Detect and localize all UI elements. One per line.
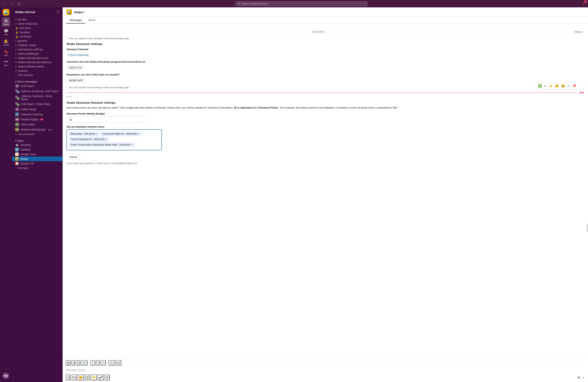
- sidebar-item-dms[interactable]: 💬 DMs: [2, 27, 10, 37]
- link-button[interactable]: 🔗: [81, 360, 87, 365]
- celebration-reaction[interactable]: 🙌: [548, 84, 553, 88]
- dm-kelli-veach[interactable]: KV Kelli Veach: [12, 84, 63, 88]
- sidebar-item-home[interactable]: ⊞ Home: [2, 17, 10, 27]
- canvas-button[interactable]: ⊞: [105, 374, 110, 381]
- strikethrough-button[interactable]: S: [76, 360, 80, 365]
- dm-kelli-olivia[interactable]: KV OD Kelli Veach, Olivia Daley: [12, 101, 63, 107]
- bold-button[interactable]: B: [66, 360, 71, 365]
- channel-header-name[interactable]: Shaka ▾: [74, 11, 84, 14]
- remove-travel[interactable]: ×: [105, 138, 107, 141]
- bookmark-button[interactable]: 📌: [571, 84, 577, 88]
- rewards-selector[interactable]: Baking Box - 180 points × Cozy Movie Nig…: [66, 129, 162, 150]
- channel-standup[interactable]: # standup: [12, 69, 63, 73]
- channel-mel-messes[interactable]: # mel-messes-stuff-up: [12, 47, 63, 52]
- sidebar-item-later[interactable]: 🔖 Later: [2, 48, 10, 58]
- format-button[interactable]: Aa: [71, 374, 77, 380]
- hash-icon: #: [15, 22, 17, 25]
- checkmark-reaction[interactable]: ✅: [537, 84, 543, 88]
- channel-demo-shaka-bot[interactable]: # demo-shaka-bot: [12, 21, 63, 26]
- workspace-icon[interactable]: 🌊 3: [3, 9, 9, 16]
- shoutout-channel-label: Shoutout Channel: [66, 48, 584, 51]
- emoji-reaction[interactable]: 😊: [554, 84, 560, 88]
- channel-full-timers[interactable]: 🔒 full-timers: [12, 34, 63, 39]
- app-simple-poll[interactable]: 📊 Simple Poll: [12, 161, 63, 166]
- workspace-name[interactable]: Shaka Internal: [15, 10, 35, 14]
- channel-ref-text: demo-shaka-bot: [70, 53, 88, 56]
- footer-note: If you have any questions, reach out to …: [66, 162, 584, 165]
- date-label[interactable]: 2024-04-01: [311, 30, 326, 34]
- dm-caitlin[interactable]: CH Caitlin Hruby: [12, 107, 63, 112]
- channel-shaka-wellness-demo[interactable]: # shaka-wellness-demo: [12, 64, 63, 69]
- channel-name: mel-messes-stuff-up: [18, 48, 42, 51]
- channel-shaka-internal-music[interactable]: # shaka-internal-test-music: [12, 56, 63, 60]
- more-reactions[interactable]: ••: [544, 84, 547, 88]
- message-input[interactable]: Message Shaka: [66, 367, 585, 373]
- dm-olivia[interactable]: OD Olivia Daley: [12, 122, 63, 127]
- more-options-button[interactable]: ⋮: [578, 84, 582, 88]
- channel-dev-team[interactable]: 🔒 dev-team: [12, 26, 63, 30]
- sidebar-item-more[interactable]: ••• More: [2, 58, 10, 68]
- user-avatar[interactable]: MW: [3, 373, 9, 379]
- remove-baking-box[interactable]: ×: [96, 132, 98, 135]
- add-apps-button[interactable]: + Add apps: [12, 166, 63, 170]
- plus-icon: +: [15, 133, 17, 136]
- filter-button[interactable]: ☷: [56, 10, 60, 14]
- add-button[interactable]: +: [66, 374, 70, 380]
- remove-green-thumb[interactable]: ×: [131, 143, 132, 146]
- italic-button[interactable]: I: [71, 360, 75, 365]
- channel-shaka-internal-wellness[interactable]: # shaka-internal-test-wellness: [12, 60, 63, 64]
- app-slackbot[interactable]: 🤖 Slackbot: [12, 143, 63, 147]
- channel-hubspot-shaka[interactable]: # hubspot_shaka: [12, 43, 63, 47]
- dm-melanie[interactable]: MW Melanie Wertzberger you: [12, 127, 63, 132]
- bullet-list-button[interactable]: •: [96, 360, 100, 365]
- reply-button[interactable]: ↩: [567, 84, 571, 88]
- forward-button[interactable]: →: [9, 1, 15, 6]
- tab-messages[interactable]: Messages: [66, 17, 85, 23]
- audio-button[interactable]: 🎤: [98, 374, 104, 381]
- dm-maddie[interactable]: MR Maddie Rigdon 6: [12, 117, 63, 122]
- channel-name: shaka-wellness-demo: [18, 65, 44, 68]
- laugh-reaction[interactable]: 😄: [560, 84, 566, 88]
- code-button[interactable]: </>: [108, 360, 115, 365]
- app-shaka[interactable]: 🌊 Shaka: [12, 157, 63, 161]
- app-name: Shaka: [20, 157, 28, 160]
- ordered-list-button[interactable]: 1.: [90, 360, 95, 365]
- add-channels-button[interactable]: + Add channels: [12, 73, 63, 77]
- budget-input[interactable]: [66, 116, 144, 123]
- dm-julianna[interactable]: JC Julianna Cardenas: [12, 112, 63, 117]
- mention-button[interactable]: @: [84, 374, 90, 380]
- dm-julianna-kelli[interactable]: JC KV Julianna Cardenas, Kelli Veach: [12, 88, 63, 94]
- search-bar[interactable]: 🔍 Search Shaka Internal: [235, 1, 368, 6]
- chevron-down-icon: ▾: [83, 11, 84, 13]
- sidebar-item-activity[interactable]: 🔔 Activity: [1, 38, 11, 47]
- rewards-desc-end: . For example, the leather journal in th…: [279, 106, 398, 109]
- remove-cozy-movie[interactable]: ×: [137, 132, 139, 135]
- update-notice-text-2: You can update these settings online at …: [69, 86, 129, 89]
- code-block-button[interactable]: ⊟: [116, 360, 121, 365]
- add-coworkers-label: Add coworkers: [18, 133, 35, 136]
- emoji-button[interactable]: 😊: [78, 374, 84, 381]
- send-button[interactable]: ➤: [576, 374, 582, 381]
- channel-biz-dev[interactable]: # biz-dev: [12, 17, 63, 21]
- channel-general[interactable]: # general: [12, 39, 63, 43]
- dm-section-header[interactable]: ▾ Direct messages: [12, 79, 63, 84]
- budget-group: Shoutout Points Weekly Budget: [66, 112, 584, 123]
- today-button[interactable]: Today ▾: [572, 30, 584, 34]
- app-google-drive[interactable]: Google Drive: [12, 152, 63, 157]
- submit-button[interactable]: Submit: [66, 154, 80, 160]
- attach-button[interactable]: 📁: [91, 374, 97, 381]
- block-quote-button[interactable]: ↵: [101, 360, 106, 365]
- history-button[interactable]: ◷: [16, 1, 21, 6]
- app-geekbot[interactable]: 🤖 Geekbot: [12, 147, 63, 152]
- back-button[interactable]: ←: [2, 1, 8, 6]
- channel-founders[interactable]: 🔒 founders: [12, 30, 63, 34]
- tab-about[interactable]: About: [85, 17, 99, 23]
- lock-icon: 🔒: [15, 26, 19, 30]
- channel-shaka-challenges[interactable]: # shaka-challenges: [12, 52, 63, 56]
- apps-section-header[interactable]: ▾ Apps: [12, 138, 63, 143]
- dm-julianna-olivia[interactable]: JC OD Julianna Cardenas, Olivia Daley: [12, 94, 63, 101]
- send-options-button[interactable]: ▾: [582, 375, 585, 380]
- scrollbar-thumb[interactable]: [587, 224, 588, 232]
- add-coworkers-button[interactable]: + Add coworkers: [12, 132, 63, 136]
- avatar: CH: [15, 107, 19, 111]
